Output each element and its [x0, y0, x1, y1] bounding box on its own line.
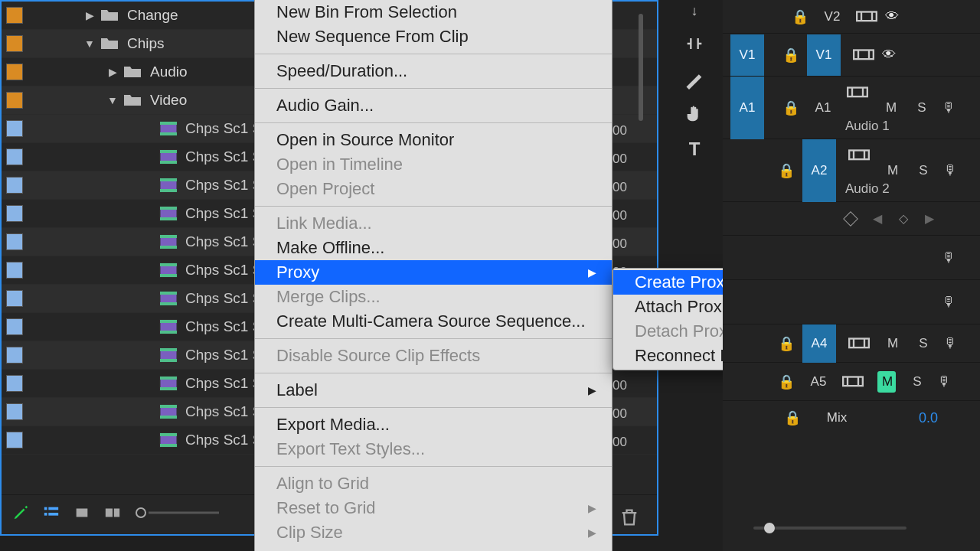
zoom-slider[interactable]	[135, 504, 227, 521]
solo-button[interactable]: S	[914, 163, 933, 178]
menu-item[interactable]: Create Multi-Camera Source Sequence...	[255, 309, 612, 334]
sync-lock-icon[interactable]	[842, 374, 864, 390]
svg-rect-38	[44, 513, 47, 516]
razor-icon[interactable]	[684, 68, 705, 90]
menu-item[interactable]: Label▶	[255, 378, 612, 403]
menu-item: Link Media...	[255, 211, 612, 236]
mute-button[interactable]: M	[884, 336, 902, 351]
submenu-arrow-icon: ▶	[588, 522, 596, 543]
mute-button[interactable]: M	[877, 371, 896, 393]
menu-item[interactable]: New Bin From Selection	[255, 0, 612, 24]
navigate-icon[interactable]: ↓	[684, 3, 705, 19]
chevron-down-icon[interactable]: ▼	[83, 37, 96, 50]
submenu-arrow-icon: ▶	[588, 380, 596, 401]
trash-icon[interactable]	[619, 507, 640, 528]
lock-icon[interactable]: 🔒	[782, 99, 798, 116]
chevron-right-icon[interactable]: ▶	[83, 9, 96, 21]
track-a2[interactable]: 🔒 A2 M S 🎙 Audio 2	[723, 139, 980, 202]
track-name: Audio 1	[845, 119, 890, 134]
list-view-icon[interactable]	[43, 504, 60, 521]
track-hidden[interactable]: 🎙	[723, 280, 980, 324]
next-keyframe-icon[interactable]: ▶	[925, 211, 934, 226]
mute-button[interactable]: M	[884, 163, 902, 178]
mic-icon[interactable]: 🎙	[943, 335, 959, 351]
prev-keyframe-icon[interactable]: ◀	[873, 211, 882, 226]
clip-icon	[159, 291, 178, 306]
type-icon[interactable]: T	[684, 139, 705, 160]
menu-separator	[255, 466, 612, 467]
lock-icon[interactable]: 🔒	[782, 47, 798, 64]
lock-icon[interactable]: 🔒	[778, 162, 793, 179]
scrollbar[interactable]	[639, 14, 643, 121]
icon-view-icon[interactable]	[74, 504, 90, 521]
sync-lock-icon[interactable]	[856, 9, 877, 24]
sync-lock-icon[interactable]	[848, 336, 870, 351]
color-swatch	[6, 262, 23, 279]
lock-icon[interactable]: 🔒	[792, 8, 807, 25]
source-v1[interactable]: V1	[730, 34, 764, 76]
keyframe-icon[interactable]	[843, 211, 858, 227]
mic-icon[interactable]: 🎙	[937, 373, 952, 390]
menu-item[interactable]: Proxy▶	[255, 260, 612, 285]
target-a2[interactable]: A2	[802, 139, 836, 202]
svg-rect-13	[160, 235, 177, 238]
track-name: Audio 2	[845, 181, 890, 197]
track-v2[interactable]: 🔒 V2 👁	[723, 0, 980, 34]
svg-rect-36	[44, 507, 47, 510]
mic-icon[interactable]: 🎙	[942, 249, 957, 266]
color-swatch	[6, 403, 23, 420]
clip-icon	[159, 121, 178, 136]
chevron-down-icon[interactable]: ▼	[106, 94, 119, 106]
menu-item[interactable]: Make Offline...	[255, 236, 612, 260]
lock-icon[interactable]: 🔒	[778, 335, 793, 352]
lock-icon[interactable]: 🔒	[778, 373, 793, 390]
target-v1[interactable]: V1	[807, 34, 841, 76]
track-hidden[interactable]: 🎙	[723, 236, 980, 280]
track-v1[interactable]: V1 🔒 V1 👁	[723, 34, 980, 77]
solo-button[interactable]: S	[914, 336, 933, 351]
mic-icon[interactable]: 🎙	[942, 99, 957, 116]
solo-button[interactable]: S	[913, 100, 931, 116]
svg-rect-7	[160, 178, 177, 181]
sync-lock-icon[interactable]	[848, 147, 870, 162]
add-keyframe-icon[interactable]: ◇	[899, 211, 908, 226]
track-mix[interactable]: 🔒 Mix 0.0	[723, 401, 980, 435]
menu-item[interactable]: Audio Gain...	[255, 93, 612, 118]
duration-cell: 00	[612, 201, 635, 230]
pen-icon[interactable]	[12, 504, 29, 521]
menu-separator	[255, 373, 612, 373]
mix-value[interactable]: 0.0	[919, 410, 938, 426]
zoom-handle[interactable]	[764, 523, 775, 533]
clip-icon	[159, 404, 178, 419]
track-a4[interactable]: 🔒 A4 M S 🎙	[723, 324, 980, 363]
menu-item[interactable]: New Sequence From Clip	[255, 24, 612, 49]
menu-item[interactable]: Export Media...	[255, 412, 612, 437]
solo-button[interactable]: S	[908, 374, 926, 390]
folder-label: Chips	[127, 35, 165, 52]
svg-rect-48	[854, 51, 874, 60]
chevron-right-icon[interactable]: ▶	[106, 66, 119, 78]
sync-lock-icon[interactable]	[853, 47, 874, 63]
lock-icon[interactable]: 🔒	[784, 409, 799, 426]
sync-lock-icon[interactable]	[847, 84, 868, 99]
eye-icon[interactable]: 👁	[885, 8, 902, 24]
track-a5[interactable]: 🔒 A5 M S 🎙	[723, 363, 980, 401]
freeform-view-icon[interactable]	[104, 504, 121, 521]
svg-rect-19	[160, 292, 177, 295]
mic-icon[interactable]: 🎙	[942, 294, 957, 310]
menu-item[interactable]: Open in Source Monitor	[255, 128, 612, 152]
svg-rect-34	[160, 433, 177, 436]
clip-icon	[159, 178, 178, 193]
submenu-arrow-icon: ▶	[588, 497, 596, 519]
snap-icon[interactable]	[684, 33, 705, 54]
source-a1[interactable]: A1	[730, 77, 764, 139]
color-swatch	[6, 205, 23, 222]
menu-item[interactable]: Speed/Duration...	[255, 59, 612, 83]
hand-icon[interactable]	[684, 103, 705, 125]
mute-button[interactable]: M	[882, 100, 900, 116]
eye-icon[interactable]: 👁	[882, 47, 899, 63]
zoom-slider[interactable]	[753, 527, 906, 530]
track-a1[interactable]: A1 🔒 A1 M S 🎙 Audio 1	[723, 77, 980, 139]
mic-icon[interactable]: 🎙	[943, 162, 959, 178]
target-a4[interactable]: A4	[802, 324, 836, 363]
